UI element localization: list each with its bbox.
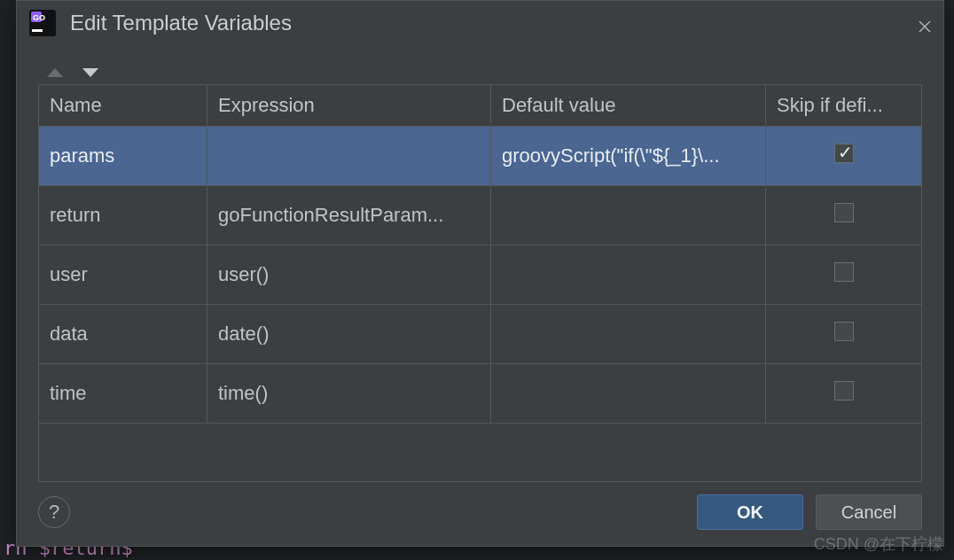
cell-name[interactable]: return — [39, 186, 207, 245]
cell-skip[interactable] — [766, 127, 922, 186]
help-button[interactable]: ? — [38, 496, 70, 528]
col-header-name[interactable]: Name — [39, 85, 207, 127]
ok-button[interactable]: OK — [697, 494, 803, 530]
dialog-button-bar: ? OK Cancel — [17, 482, 943, 546]
reorder-toolbar — [38, 63, 922, 84]
checkbox[interactable] — [834, 381, 854, 401]
table-row[interactable]: timetime() — [39, 364, 922, 424]
table-row[interactable]: useruser() — [39, 245, 922, 305]
cell-expression[interactable] — [207, 127, 491, 186]
svg-marker-6 — [47, 68, 63, 77]
cell-name[interactable]: user — [39, 245, 207, 305]
triangle-down-icon — [81, 66, 100, 79]
table-empty-area — [39, 424, 922, 482]
svg-text:GO: GO — [33, 13, 45, 22]
cell-default[interactable] — [491, 245, 766, 305]
svg-marker-7 — [82, 68, 98, 77]
cell-expression[interactable]: user() — [207, 245, 491, 305]
col-header-default[interactable]: Default value — [491, 85, 766, 127]
variables-table: Name Expression Default value Skip if de… — [38, 84, 922, 482]
cell-name[interactable]: params — [39, 127, 207, 186]
checkbox[interactable] — [834, 203, 854, 222]
cell-expression[interactable]: goFunctionResultParam... — [207, 186, 491, 245]
edit-template-variables-dialog: GO Edit Template Variables Name — [16, 0, 944, 547]
cell-default[interactable] — [491, 186, 766, 245]
close-icon — [919, 20, 931, 33]
cell-default[interactable]: groovyScript("if(\"${_1}\... — [491, 127, 766, 186]
cell-skip[interactable] — [766, 245, 922, 305]
cell-skip[interactable] — [766, 364, 922, 424]
cell-expression[interactable]: time() — [207, 364, 491, 424]
cell-skip[interactable] — [766, 186, 922, 245]
table-row[interactable]: paramsgroovyScript("if(\"${_1}\... — [39, 127, 922, 186]
cell-name[interactable]: time — [39, 364, 207, 424]
checkbox[interactable] — [834, 322, 854, 341]
cell-default[interactable] — [491, 305, 766, 364]
close-button[interactable] — [919, 17, 931, 29]
move-up-button[interactable] — [45, 66, 65, 79]
table-row[interactable]: datadate() — [39, 305, 922, 364]
cell-default[interactable] — [491, 364, 766, 424]
checkbox[interactable] — [834, 262, 854, 282]
app-icon: GO — [29, 10, 56, 36]
table-row[interactable]: returngoFunctionResultParam... — [39, 186, 922, 245]
col-header-skip[interactable]: Skip if defi... — [766, 85, 922, 127]
cancel-button[interactable]: Cancel — [816, 494, 922, 530]
checkbox[interactable] — [834, 144, 854, 163]
dialog-titlebar[interactable]: GO Edit Template Variables — [17, 1, 943, 45]
col-header-expression[interactable]: Expression — [207, 85, 491, 127]
svg-rect-3 — [32, 29, 43, 32]
cell-name[interactable]: data — [39, 305, 207, 364]
dialog-title: Edit Template Variables — [70, 11, 919, 35]
move-down-button[interactable] — [81, 66, 100, 79]
cell-skip[interactable] — [766, 305, 922, 364]
cell-expression[interactable]: date() — [207, 305, 491, 364]
triangle-up-icon — [45, 66, 65, 79]
